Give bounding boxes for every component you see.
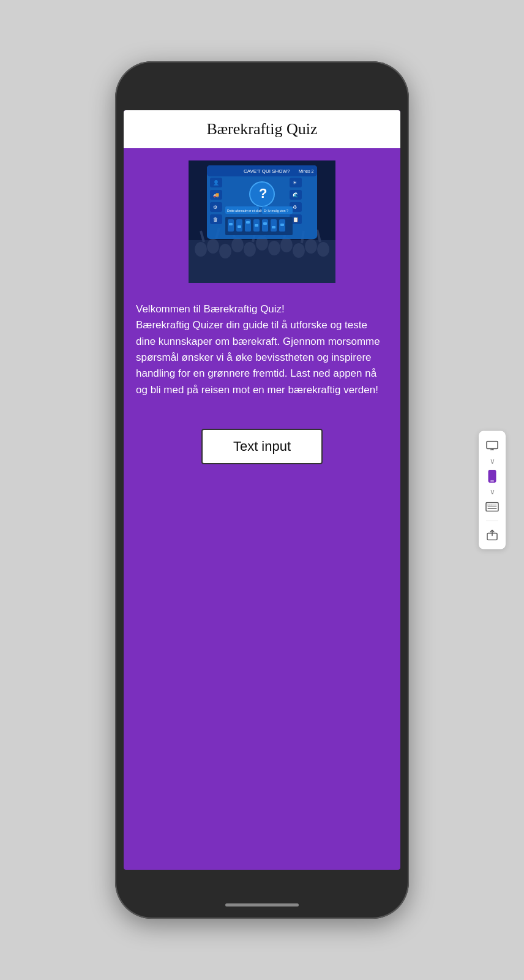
- svg-rect-56: [238, 225, 241, 228]
- right-toolbar: ∨ ∨: [479, 431, 506, 549]
- page-title: Bærekraftig Quiz: [136, 120, 388, 138]
- chevron-down-icon-1[interactable]: ∨: [490, 457, 495, 466]
- home-indicator: [225, 903, 299, 907]
- toolbar-divider: [486, 521, 498, 521]
- svg-point-10: [293, 243, 305, 258]
- description-text: Velkommen til Bærekraftig Quiz! Bærekraf…: [124, 295, 400, 417]
- svg-point-2: [195, 242, 207, 257]
- svg-text:👤: 👤: [213, 179, 219, 186]
- svg-text:📋: 📋: [293, 216, 299, 222]
- svg-point-9: [280, 238, 293, 252]
- svg-rect-59: [263, 222, 267, 225]
- svg-text:🗑: 🗑: [213, 217, 218, 222]
- chevron-down-icon-2[interactable]: ∨: [490, 488, 495, 496]
- phone-mockup: Bærekraftig Quiz: [115, 61, 409, 919]
- svg-text:⚙: ⚙: [213, 205, 217, 210]
- svg-rect-61: [280, 224, 284, 226]
- svg-text:🌊: 🌊: [293, 192, 299, 198]
- svg-rect-55: [229, 223, 233, 225]
- share-icon[interactable]: [482, 525, 502, 545]
- monitor-icon[interactable]: [482, 436, 502, 456]
- svg-text:♻: ♻: [293, 205, 297, 210]
- svg-point-8: [268, 241, 280, 255]
- svg-point-12: [317, 242, 329, 257]
- svg-point-3: [207, 239, 219, 254]
- svg-text:?: ?: [259, 186, 267, 201]
- svg-text:Mines  2: Mines 2: [299, 169, 314, 173]
- svg-rect-57: [246, 221, 250, 224]
- phone-icon[interactable]: [482, 467, 502, 486]
- svg-text:☀: ☀: [293, 180, 297, 186]
- svg-text:Er liv mulig uten ?: Er liv mulig uten ?: [264, 209, 288, 213]
- phone-screen: Bærekraftig Quiz: [124, 110, 400, 870]
- svg-rect-60: [272, 226, 275, 228]
- tablet-icon[interactable]: [482, 497, 502, 517]
- svg-point-5: [231, 238, 244, 252]
- text-input-button[interactable]: Text input: [201, 429, 323, 464]
- svg-rect-52: [262, 219, 268, 232]
- svg-text:CAVE'T QUI SHOW?: CAVE'T QUI SHOW?: [244, 168, 290, 174]
- svg-point-6: [244, 242, 256, 257]
- svg-rect-58: [255, 224, 258, 227]
- svg-text:🚚: 🚚: [213, 192, 219, 198]
- svg-point-11: [305, 239, 317, 254]
- svg-rect-62: [487, 442, 498, 449]
- hero-image: CAVE'T QUI SHOW? Mines 2 ? 👤 🚚 ⚙ 🗑 ☀ 🌊 ♻…: [189, 160, 335, 283]
- svg-rect-53: [271, 219, 277, 232]
- svg-rect-66: [490, 481, 494, 482]
- title-bar: Bærekraftig Quiz: [124, 110, 400, 148]
- svg-text:Dette alternativ er et skallt?: Dette alternativ er et skallt?: [227, 209, 264, 213]
- svg-point-4: [219, 244, 231, 258]
